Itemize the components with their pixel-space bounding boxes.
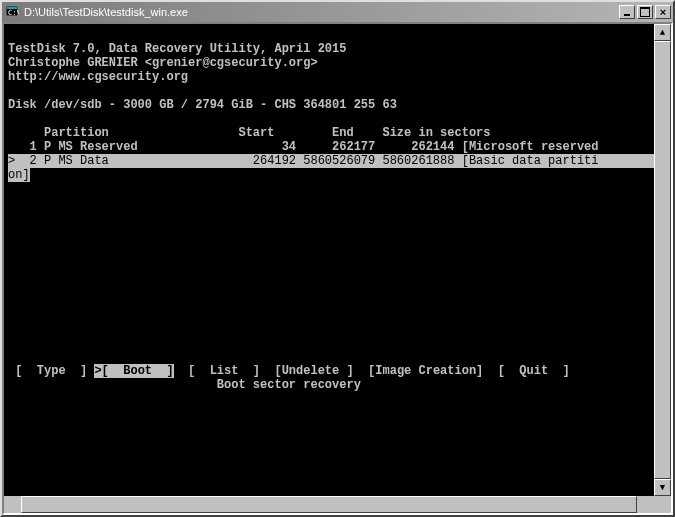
console[interactable]: TestDisk 7.0, Data Recovery Utility, Apr… <box>2 22 673 515</box>
close-button[interactable]: × <box>655 5 671 19</box>
window-controls: × <box>619 5 671 19</box>
partition-row-2-selected[interactable]: > 2 P MS Data 264192 5860526079 58602618… <box>8 154 667 168</box>
scroll-h-thumb[interactable] <box>21 496 637 513</box>
disk-info: Disk /dev/sdb - 3000 GB / 2794 GiB - CHS… <box>8 98 397 112</box>
header-line-2: Christophe GRENIER <grenier@cgsecurity.o… <box>8 56 318 70</box>
scroll-up-button[interactable]: ▲ <box>654 24 671 41</box>
menu-boot-selected[interactable]: >[ Boot ] <box>94 364 173 378</box>
header-line-3: http://www.cgsecurity.org <box>8 70 188 84</box>
scroll-down-button[interactable]: ▼ <box>654 479 671 496</box>
maximize-button[interactable] <box>637 5 653 19</box>
window-title: D:\Utils\TestDisk\testdisk_win.exe <box>24 6 619 18</box>
menu-rest[interactable]: [ List ] [Undelete ] [Image Creation] [ … <box>174 364 570 378</box>
partition-row-1[interactable]: 1 P MS Reserved 34 262177 262144 [Micros… <box>8 140 599 154</box>
minimize-button[interactable] <box>619 5 635 19</box>
column-headers: Partition Start End Size in sectors <box>8 126 490 140</box>
titlebar: C:\ D:\Utils\TestDisk\testdisk_win.exe × <box>2 2 673 22</box>
scrollbar-corner <box>654 496 671 513</box>
horizontal-scrollbar[interactable]: ◄ ► <box>4 496 654 513</box>
menu-type[interactable]: [ Type ] <box>8 364 94 378</box>
partition-row-2-tail: on] <box>8 168 30 182</box>
app-icon: C:\ <box>4 4 20 20</box>
app-window: C:\ D:\Utils\TestDisk\testdisk_win.exe ×… <box>0 0 675 517</box>
header-line-1: TestDisk 7.0, Data Recovery Utility, Apr… <box>8 42 346 56</box>
menu-help: Boot sector recovery <box>8 378 361 392</box>
scroll-v-thumb[interactable] <box>654 41 671 479</box>
svg-text:C:\: C:\ <box>8 9 19 17</box>
vertical-scrollbar[interactable]: ▲ ▼ <box>654 24 671 496</box>
menu-row: [ Type ] >[ Boot ] [ List ] [Undelete ] … <box>8 364 570 378</box>
